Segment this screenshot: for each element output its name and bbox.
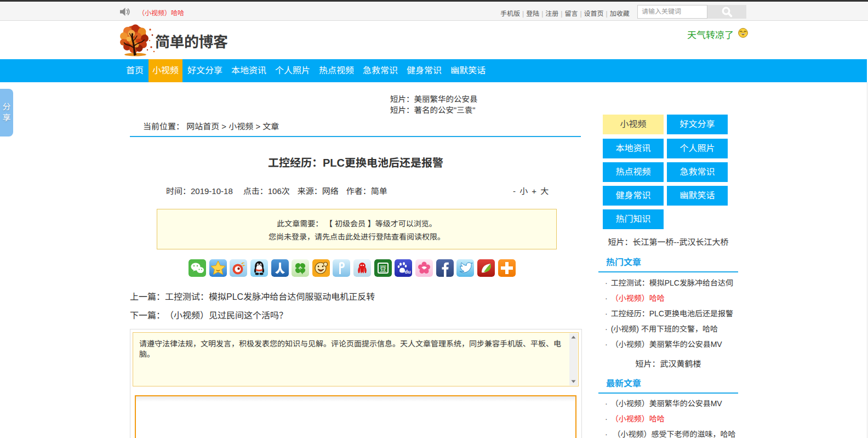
svg-text:豆: 豆 <box>379 263 386 274</box>
svg-text:du: du <box>405 269 411 275</box>
